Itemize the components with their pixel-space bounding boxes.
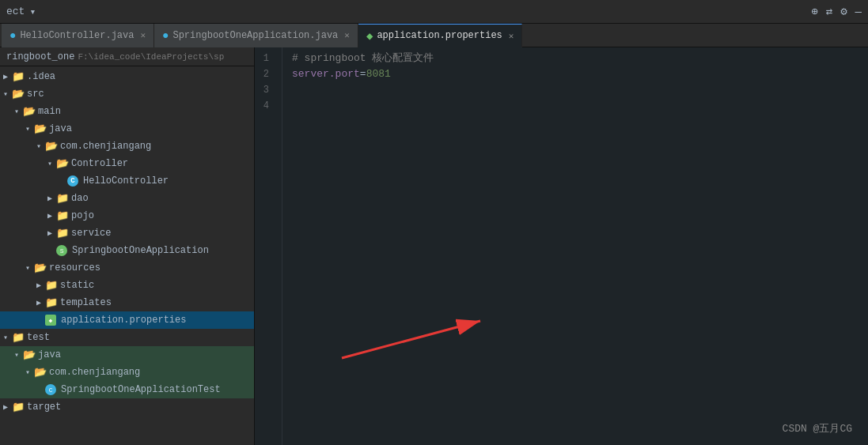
tree-item-static[interactable]: ▶ 📁 static — [0, 277, 254, 294]
tab-springboot-label: SpringbootOneApplication.java — [172, 30, 338, 41]
arrow-java: ▾ — [25, 124, 30, 134]
label-dao: dao — [71, 193, 89, 204]
java-icon-2: ● — [162, 29, 169, 42]
code-value-port: 8081 — [366, 68, 391, 80]
label-src: src — [27, 89, 44, 100]
tabs-bar: ● HelloController.java ✕ ● SpringbootOne… — [0, 24, 868, 47]
tree-item-java[interactable]: ▾ 📂 java — [0, 120, 254, 138]
sidebar: ringboot_one F:\idea_code\IdeaProjects\s… — [0, 47, 255, 445]
folder-icon-test: 📁 — [12, 331, 25, 344]
tree-item-idea[interactable]: ▶ 📁 .idea — [0, 68, 254, 85]
code-line-4 — [292, 98, 859, 114]
toolbar-icon-swap[interactable]: ⇄ — [826, 5, 832, 18]
tree-item-main[interactable]: ▾ 📂 main — [0, 103, 254, 120]
label-static: static — [60, 280, 94, 291]
tab-props-close[interactable]: ✕ — [509, 31, 514, 41]
dropdown-arrow[interactable]: ▾ — [29, 6, 36, 18]
tree-item-com[interactable]: ▾ 📂 com.chenjiangang — [0, 138, 254, 155]
tree-item-springbootapp[interactable]: ▶ S SpringbootOneApplication — [0, 242, 254, 259]
ln-2: 2 — [255, 66, 275, 82]
toolbar-icon-minus[interactable]: — — [855, 6, 862, 18]
ln-4: 4 — [255, 98, 275, 114]
arrow-service: ▶ — [47, 228, 52, 238]
tree-item-com-test[interactable]: ▾ 📂 com.chenjiangang — [0, 364, 254, 381]
tree-item-java-test[interactable]: ▾ 📂 java — [0, 346, 254, 364]
tab-hello-close[interactable]: ✕ — [140, 30, 146, 40]
ln-3: 3 — [255, 82, 275, 98]
folder-icon-pojo: 📁 — [56, 209, 69, 222]
code-equals: = — [360, 68, 366, 80]
tree-item-templates[interactable]: ▶ 📁 templates — [0, 294, 254, 311]
line-numbers: 1 2 3 4 — [255, 47, 282, 445]
label-templates: templates — [60, 297, 112, 308]
folder-icon-target: 📁 — [12, 401, 25, 413]
arrow-dao: ▶ — [47, 194, 52, 203]
spring-icon-sba: S — [56, 245, 67, 256]
tree-item-resources[interactable]: ▾ 📂 resources — [0, 259, 254, 277]
label-ct: com.chenjiangang — [49, 367, 140, 378]
label-com: com.chenjiangang — [60, 141, 151, 152]
code-content[interactable]: # springboot 核心配置文件 server.port=8081 — [282, 47, 868, 445]
arrow-test: ▾ — [3, 333, 8, 342]
folder-icon-templates: 📁 — [45, 296, 58, 309]
java-icon: ● — [9, 29, 16, 42]
label-app-props: application.properties — [61, 315, 186, 326]
tree-item-target[interactable]: ▶ 📁 target — [0, 398, 254, 416]
folder-icon-ct: 📂 — [34, 366, 47, 379]
folder-icon-service: 📁 — [56, 227, 69, 239]
label-controller: Controller — [71, 158, 128, 169]
tab-app-properties[interactable]: ◆ application.properties ✕ — [358, 24, 523, 47]
tree-item-test[interactable]: ▾ 📁 test — [0, 329, 254, 346]
project-path: F:\idea_code\IdeaProjects\sp — [78, 52, 224, 62]
folder-icon-static: 📁 — [45, 279, 58, 292]
folder-icon-jt: 📂 — [23, 349, 36, 361]
tab-props-label: application.properties — [377, 30, 502, 41]
toolbar-icon-gear[interactable]: ⚙ — [840, 5, 847, 18]
folder-icon-main: 📂 — [23, 105, 36, 118]
label-sbt: SpringbootOneApplicationTest — [61, 384, 221, 395]
arrow-target: ▶ — [3, 402, 8, 412]
class-icon-hc: C — [67, 175, 78, 187]
label-target: target — [27, 402, 61, 413]
tree-item-dao[interactable]: ▶ 📁 dao — [0, 190, 254, 207]
tab-springboot-close[interactable]: ✕ — [344, 30, 350, 40]
tree-item-app-props[interactable]: ▶ ◆ application.properties — [0, 311, 254, 329]
tree-item-controller[interactable]: ▾ 📂 Controller — [0, 155, 254, 172]
label-idea: .idea — [27, 71, 55, 82]
code-property-server: server.port — [292, 68, 360, 80]
arrow-src: ▾ — [3, 89, 8, 99]
label-service: service — [71, 228, 111, 239]
arrow-controller: ▾ — [47, 159, 52, 168]
tree-item-service[interactable]: ▶ 📁 service — [0, 224, 254, 242]
folder-icon-resources: 📂 — [34, 262, 47, 274]
label-jt: java — [38, 349, 61, 360]
toolbar-left: ect ▾ — [6, 6, 36, 18]
toolbar-icon-globe[interactable]: ⊕ — [811, 5, 817, 18]
project-label: ect — [6, 6, 25, 17]
tree-item-springboot-test[interactable]: ▶ C SpringbootOneApplicationTest — [0, 381, 254, 398]
label-resources: resources — [49, 262, 100, 273]
folder-icon-controller: 📂 — [56, 157, 69, 170]
folder-icon-idea: 📁 — [12, 70, 25, 83]
tree-item-src[interactable]: ▾ 📂 src — [0, 85, 254, 103]
code-comment-1: # springboot 核心配置文件 — [292, 52, 434, 64]
arrow-pojo: ▶ — [47, 211, 52, 221]
code-line-1: # springboot 核心配置文件 — [292, 51, 859, 66]
sidebar-tree: ▶ 📁 .idea ▾ 📂 src ▾ 📂 main ▾ 📂 java — [0, 66, 254, 445]
arrow-idea: ▶ — [3, 72, 8, 81]
editor-area: 1 2 3 4 # springboot 核心配置文件 server.port=… — [255, 47, 868, 445]
watermark-text: CSDN @五月CG — [783, 423, 852, 435]
arrow-jt: ▾ — [14, 350, 19, 360]
arrow-main: ▾ — [14, 107, 19, 116]
label-main: main — [38, 106, 61, 117]
code-line-3 — [292, 82, 859, 98]
arrow-resources: ▾ — [25, 263, 30, 273]
props-icon: ◆ — [366, 29, 373, 43]
tree-item-pojo[interactable]: ▶ 📁 pojo — [0, 207, 254, 224]
tab-springboot-app[interactable]: ● SpringbootOneApplication.java ✕ — [154, 24, 358, 47]
label-sba: SpringbootOneApplication — [72, 245, 209, 256]
props-file-icon: ◆ — [45, 315, 56, 326]
label-pojo: pojo — [71, 210, 94, 221]
tree-item-hellocontroller[interactable]: ▶ C HelloController — [0, 172, 254, 190]
tab-hello-controller[interactable]: ● HelloController.java ✕ — [2, 24, 154, 47]
